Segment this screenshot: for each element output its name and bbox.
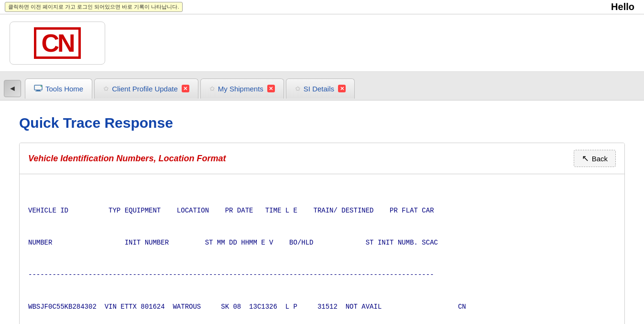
panel-body: VEHICLE ID TYP EQUIPMENT LOCATION PR DAT… [20,174,624,324]
star-icon-client: ✩ [103,85,109,92]
back-button[interactable]: ↖ Back [574,150,616,167]
star-icon-si: ✩ [295,85,301,92]
tab-close-si[interactable]: ✕ [338,85,346,92]
table-panel: Vehicle Identification Numbers, Location… [19,143,625,324]
back-button-label: Back [592,155,608,163]
tab-tools-home[interactable]: Tools Home [25,78,92,99]
tab-client-profile-label: Client Profile Update [112,85,178,93]
nav-tabs: ◄ Tools Home ✩ Client Profile Update ✕ ✩… [0,72,644,101]
nav-back-button[interactable]: ◄ [4,80,21,97]
tab-my-shipments[interactable]: ✩ My Shipments ✕ [200,78,284,99]
table-header-line1: VEHICLE ID TYP EQUIPMENT LOCATION PR DAT… [28,205,616,216]
svg-rect-2 [35,91,41,91]
table-header-line2: NUMBER INIT NUMBER ST MM DD HHMM E V BO/… [28,237,616,248]
back-arrow-icon: ◄ [9,84,16,93]
back-arrow-icon: ↖ [582,153,589,164]
page-title: Quick Trace Response [19,115,625,131]
svg-rect-1 [36,90,40,91]
tab-client-profile-update[interactable]: ✩ Client Profile Update ✕ [94,78,198,99]
table-row: WBSJF0C55KB284302 VIN ETTX 801624 WATROU… [28,302,616,312]
panel-header: Vehicle Identification Numbers, Location… [20,143,624,174]
cn-logo: CN [34,27,80,59]
svg-point-3 [41,86,42,87]
tab-close-shipments[interactable]: ✕ [267,85,275,92]
monitor-icon [34,85,43,93]
data-table: VEHICLE ID TYP EQUIPMENT LOCATION PR DAT… [28,184,616,324]
table-divider: ----------------------------------------… [28,269,616,280]
tab-si-details[interactable]: ✩ SI Details ✕ [286,78,355,99]
tab-my-shipments-label: My Shipments [218,85,263,93]
header: CN [0,14,644,72]
tab-tools-home-label: Tools Home [45,85,83,93]
star-icon-shipments: ✩ [209,85,215,92]
panel-title: Vehicle Identification Numbers, Location… [28,154,226,164]
main-content: Quick Trace Response Vehicle Identificat… [0,101,644,324]
top-bar: 클릭하면 이전 페이지로 가고 로그인 되어있으면 바로 기록이 나타납니다. … [0,0,644,14]
logo-box: CN [10,22,105,65]
hello-text: Hello [611,1,639,12]
tab-close-client[interactable]: ✕ [182,85,189,92]
tab-si-details-label: SI Details [304,85,334,93]
tooltip-text: 클릭하면 이전 페이지로 가고 로그인 되어있으면 바로 기록이 나타납니다. [5,2,183,12]
